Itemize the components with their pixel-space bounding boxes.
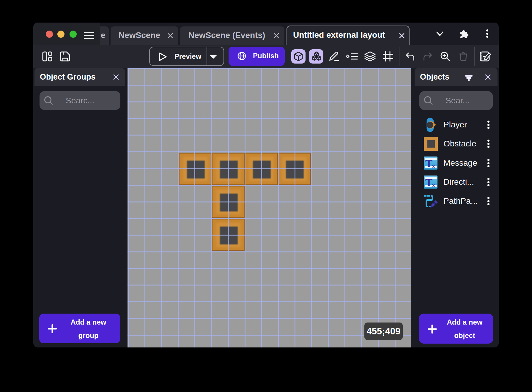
svg-text:x: x bbox=[432, 162, 435, 170]
svg-text:x: x bbox=[432, 181, 435, 189]
svg-text:T: T bbox=[425, 158, 432, 170]
svg-text:T: T bbox=[425, 177, 432, 189]
